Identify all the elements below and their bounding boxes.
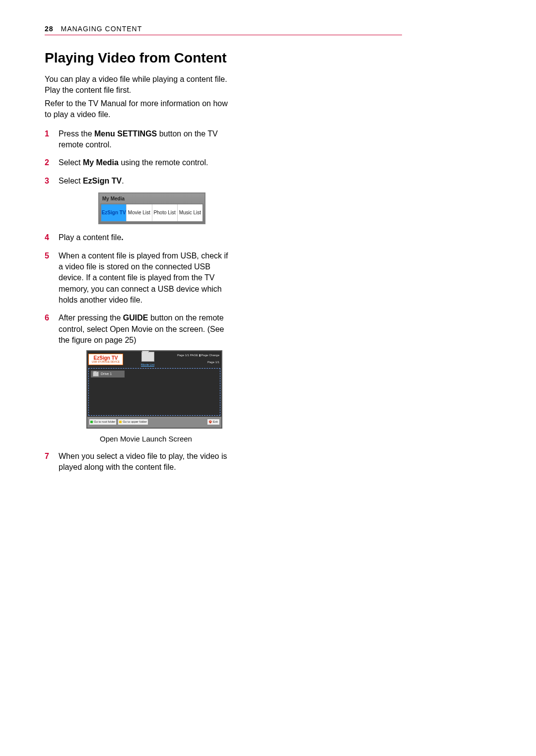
steps-list: 1 Press the Menu SETTINGS button on the … <box>45 128 233 473</box>
green-button-icon <box>90 421 93 423</box>
page-title: Playing Video from Content <box>45 50 233 66</box>
step-text: Play a content file <box>59 233 121 242</box>
ezsign-badge: EzSign TV USB STORAGE DEVICE <box>88 354 123 365</box>
step-text: Press the <box>59 129 94 138</box>
movie-list-body: Drive 1 <box>88 368 220 416</box>
page-indicator-list: Page 1/1 <box>207 360 219 364</box>
drive-item[interactable]: Drive 1 <box>91 371 125 378</box>
go-to-root-button[interactable]: Go to root folder <box>89 419 116 424</box>
manual-page: 28 MANAGING CONTENT Playing Video from C… <box>0 0 447 504</box>
intro-text: You can play a video file while playing … <box>45 74 233 121</box>
step-bold: GUIDE <box>123 314 148 322</box>
exit-button[interactable]: ⏻ Exit <box>207 419 219 424</box>
yellow-button-icon <box>119 421 122 423</box>
step-text-after: using the remote control. <box>119 158 208 167</box>
folder-icon <box>141 352 154 362</box>
step-number: 1 <box>45 128 49 139</box>
movie-list-label: Movie List <box>141 363 154 367</box>
movie-topbar: EzSign TV USB STORAGE DEVICE Movie List … <box>87 351 221 368</box>
tab-music-list[interactable]: Music List <box>178 204 202 221</box>
step-number: 3 <box>45 176 49 187</box>
step-number: 4 <box>45 232 49 243</box>
step-5: 5 When a content file is played from USB… <box>45 251 233 306</box>
step-text: Select <box>59 177 83 185</box>
content-column: Playing Video from Content You can play … <box>45 50 233 473</box>
mymedia-window: My Media EzSign TV Movie List Photo List… <box>98 192 205 224</box>
step-7: 7 When you select a video file to play, … <box>45 451 233 473</box>
tab-photo-list[interactable]: Photo List <box>152 204 178 221</box>
step-number: 6 <box>45 313 49 323</box>
step-4: 4 Play a content file. <box>45 232 233 243</box>
step-bold: EzSign TV <box>83 177 122 185</box>
step-2: 2 Select My Media using the remote contr… <box>45 157 233 168</box>
folder-icon <box>93 372 99 377</box>
intro-line-2: Refer to the TV Manual for more informat… <box>45 98 233 121</box>
button-label: Go to upper folder <box>123 420 146 424</box>
step-bold: Menu SETTINGS <box>94 129 157 138</box>
section-title: MANAGING CONTENT <box>61 25 142 33</box>
step-text: When you select a video file to play, th… <box>59 452 227 471</box>
badge-subtitle: USB STORAGE DEVICE <box>92 361 120 364</box>
step-1: 1 Press the Menu SETTINGS button on the … <box>45 128 233 151</box>
go-to-upper-button[interactable]: Go to upper folder <box>118 419 147 424</box>
movie-footer: Go to root folder Go to upper folder ⏻ E… <box>87 417 221 428</box>
intro-line-1: You can play a video file while playing … <box>45 74 233 96</box>
tab-movie-list[interactable]: Movie List <box>127 204 152 221</box>
mymedia-tabbar: EzSign TV Movie List Photo List Music Li… <box>100 203 203 222</box>
tab-ezsign-tv[interactable]: EzSign TV <box>101 204 127 221</box>
step-bold: . <box>121 233 123 242</box>
open-movie-screen: EzSign TV USB STORAGE DEVICE Movie List … <box>86 350 222 429</box>
step-text-after: . <box>122 177 124 185</box>
figure-caption: Open Movie Launch Screen <box>59 434 233 444</box>
page-number: 28 <box>45 25 54 33</box>
step-6: 6 After pressing the GUIDE button on the… <box>45 313 233 443</box>
page-header: 28 MANAGING CONTENT <box>45 25 402 35</box>
step-text: Select <box>59 158 83 167</box>
step-bold: My Media <box>83 158 119 167</box>
mymedia-figure: My Media EzSign TV Movie List Photo List… <box>98 192 205 224</box>
button-label: Go to root folder <box>94 420 115 424</box>
step-text: After pressing the <box>59 314 123 322</box>
button-label: Exit <box>213 420 218 424</box>
mymedia-title: My Media <box>100 194 203 203</box>
step-3: 3 Select EzSign TV. My Media EzSign TV M… <box>45 176 233 224</box>
page-indicator-top: Page 1/1 <box>177 353 189 357</box>
drive-label: Drive 1 <box>101 372 112 377</box>
movie-list-folder[interactable]: Movie List <box>141 352 154 367</box>
step-number: 5 <box>45 251 49 261</box>
step-number: 7 <box>45 451 49 462</box>
exit-icon: ⏻ <box>209 420 212 424</box>
page-change-hint: PAGE ▮ Page Change <box>190 353 219 357</box>
step-text: When a content file is played from USB, … <box>59 252 228 305</box>
step-number: 2 <box>45 157 49 168</box>
